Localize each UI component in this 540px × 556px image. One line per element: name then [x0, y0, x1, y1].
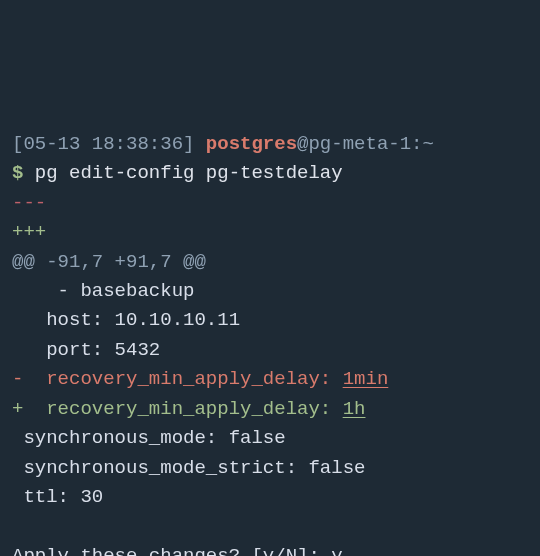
terminal-output: [05-13 18:38:36] postgres@pg-meta-1:~ $ …	[12, 130, 528, 556]
timestamp: [05-13 18:38:36]	[12, 133, 194, 155]
diff-removed-value: 1min	[343, 368, 389, 390]
diff-hunk: @@ -91,7 +91,7 @@	[12, 251, 206, 273]
confirm-prompt: Apply these changes? [y/N]:	[12, 545, 331, 556]
shell-host: pg-meta-1	[308, 133, 411, 155]
shell-user: postgres	[206, 133, 297, 155]
diff-removed-prefix: -	[12, 368, 46, 390]
shell-path: ~	[423, 133, 434, 155]
diff-context-line: ttl: 30	[12, 486, 103, 508]
diff-context-line: synchronous_mode: false	[12, 427, 286, 449]
diff-header-minus: ---	[12, 192, 46, 214]
diff-header-plus: +++	[12, 221, 46, 243]
user-host-sep: @	[297, 133, 308, 155]
diff-added-value: 1h	[343, 398, 366, 420]
diff-removed-key: recovery_min_apply_delay:	[46, 368, 342, 390]
command-line[interactable]: pg edit-config pg-testdelay	[35, 162, 343, 184]
diff-context-line: host: 10.10.10.11	[12, 309, 240, 331]
host-path-sep: :	[411, 133, 422, 155]
diff-context-line: synchronous_mode_strict: false	[12, 457, 365, 479]
prompt-symbol: $	[12, 162, 23, 184]
diff-added-prefix: +	[12, 398, 46, 420]
confirm-answer[interactable]: y	[331, 545, 342, 556]
diff-added-key: recovery_min_apply_delay:	[46, 398, 342, 420]
diff-removed-line: - recovery_min_apply_delay: 1min	[12, 368, 388, 390]
diff-context-line: - basebackup	[12, 280, 194, 302]
diff-added-line: + recovery_min_apply_delay: 1h	[12, 398, 365, 420]
diff-context-line: port: 5432	[12, 339, 160, 361]
